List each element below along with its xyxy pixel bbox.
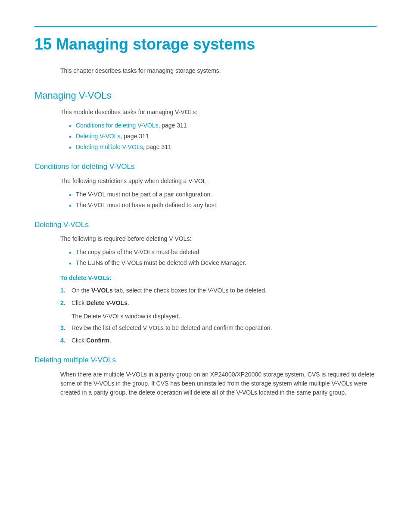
subsection-title-deleting-multiple: Deleting multiple V-VOLs — [34, 355, 377, 366]
step-3: 3. Review the list of selected V-VOLs to… — [60, 324, 377, 333]
procedure-label: To delete V-VOLs: — [60, 274, 377, 283]
step-4-text: Click Confirm. — [72, 337, 111, 344]
section-title-managing-vvols: Managing V-VOLs — [34, 88, 377, 103]
step-4: 4. Click Confirm. — [60, 336, 377, 345]
chapter-intro: This chapter describes tasks for managin… — [60, 66, 377, 75]
step-2-sub: The Delete V-VOLs window is displayed. — [72, 312, 377, 321]
chapter-number: 15 — [34, 35, 52, 53]
managing-vvols-link-list: Conditions for deleting V-VOLs, page 311… — [69, 121, 377, 152]
chapter-title-text: Managing storage systems — [56, 35, 255, 53]
deleting-multiple-body: When there are multiple V-VOLs in a pari… — [60, 370, 377, 397]
list-item: The copy pairs of the V-VOLs must be del… — [69, 248, 377, 257]
list-item: The V-VOL must not have a path defined t… — [69, 201, 377, 210]
list-item: Deleting multiple V-VOLs, page 311 — [69, 143, 377, 152]
step-2: 2. Click Delete V-VOLs. — [60, 299, 377, 308]
top-border — [34, 26, 377, 27]
procedure-steps-cont: 3. Review the list of selected V-VOLs to… — [60, 324, 377, 345]
step-2-text: Click Delete V-VOLs. — [72, 299, 129, 306]
deleting-vvols-bullet-list: The copy pairs of the V-VOLs must be del… — [69, 248, 377, 268]
step-2-num: 2. — [60, 299, 65, 308]
procedure-steps: 1. On the V-VOLs tab, select the check b… — [60, 286, 377, 308]
list-item: Conditions for deleting V-VOLs, page 311 — [69, 121, 377, 130]
step-3-num: 3. — [60, 324, 65, 333]
step-3-text: Review the list of selected V-VOLs to be… — [72, 324, 272, 331]
managing-vvols-intro: This module describes tasks for managing… — [60, 108, 377, 117]
deleting-vvols-intro: The following is required before deletin… — [60, 234, 377, 243]
step-1-text: On the V-VOLs tab, select the check boxe… — [72, 287, 267, 294]
subsection-title-conditions: Conditions for deleting V-VOLs — [34, 161, 377, 172]
step-1: 1. On the V-VOLs tab, select the check b… — [60, 286, 377, 295]
step-4-num: 4. — [60, 336, 65, 345]
conditions-intro: The following restrictions apply when de… — [60, 177, 377, 186]
list-item: The LUNs of the V-VOLs must be deleted w… — [69, 258, 377, 268]
link-deleting-vvols[interactable]: Deleting V-VOLs — [76, 133, 121, 140]
list-item: The V-VOL must not be part of a pair con… — [69, 190, 377, 199]
conditions-bullet-list: The V-VOL must not be part of a pair con… — [69, 190, 377, 210]
link-deleting-multiple-vvols[interactable]: Deleting multiple V-VOLs — [76, 143, 143, 150]
subsection-title-deleting-vvols: Deleting V-VOLs — [34, 219, 377, 230]
list-item: Deleting V-VOLs, page 311 — [69, 132, 377, 141]
link-conditions[interactable]: Conditions for deleting V-VOLs — [76, 122, 158, 129]
page-wrapper: 15 Managing storage systems This chapter… — [34, 26, 377, 532]
step-1-num: 1. — [60, 286, 65, 295]
chapter-title: 15 Managing storage systems — [34, 35, 377, 53]
